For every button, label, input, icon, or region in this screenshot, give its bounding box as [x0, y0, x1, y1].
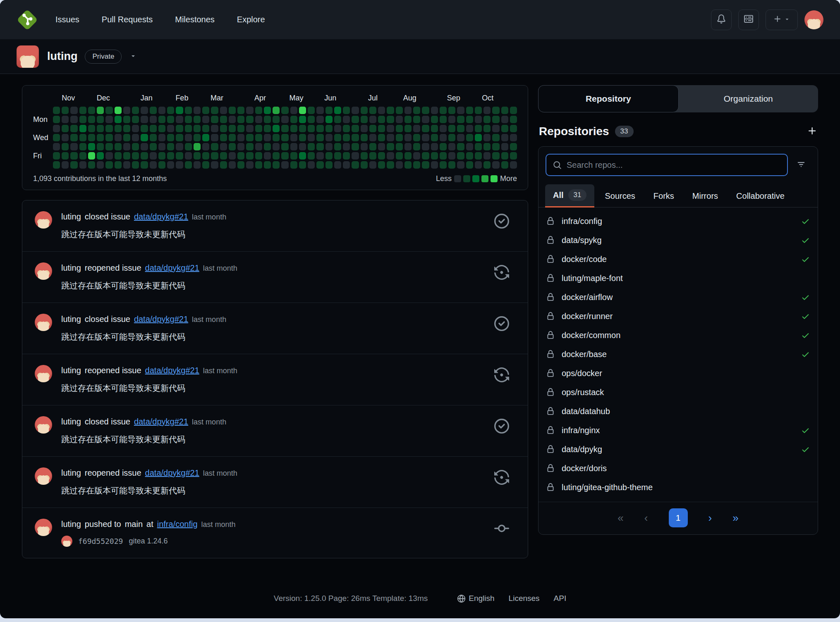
heatmap-cell [299, 116, 306, 123]
notifications-button[interactable] [711, 10, 732, 30]
navbar-link-milestones[interactable]: Milestones [175, 15, 215, 24]
feed-actor-avatar[interactable] [35, 262, 52, 280]
heatmap-cell [290, 161, 297, 169]
navbar-link-pull-requests[interactable]: Pull Requests [102, 15, 153, 24]
feed-repo-link[interactable]: infra/config [157, 520, 198, 529]
heatmap-cell [334, 107, 341, 114]
heatmap-cell [492, 107, 499, 114]
footer-link-english[interactable]: English [457, 594, 494, 603]
feed-repo-link[interactable]: data/dpykg#21 [134, 417, 188, 426]
filter-tab-collaborative[interactable]: Collaborative [728, 186, 792, 207]
repositories-count-badge: 33 [615, 126, 634, 137]
heatmap-cell [167, 107, 174, 114]
feed-actor[interactable]: luting [61, 417, 81, 426]
pagination-current-page[interactable]: 1 [669, 508, 688, 527]
repositories-panel: All31SourcesForksMirrorsCollaborative in… [538, 146, 818, 535]
heatmap-cell [185, 161, 192, 169]
pagination-next-button[interactable]: › [708, 512, 712, 524]
feed-actor[interactable]: luting [61, 315, 81, 324]
heatmap-cell [325, 134, 333, 141]
feed-actor-avatar[interactable] [35, 519, 52, 536]
feed-repo-link[interactable]: data/dpykg#21 [134, 315, 188, 324]
heatmap-cell [158, 152, 165, 160]
footer-link-api[interactable]: API [554, 594, 567, 603]
repo-search-input[interactable] [567, 160, 780, 170]
heatmap-cell [97, 152, 104, 160]
repo-row[interactable]: docker/common [538, 326, 818, 345]
repo-row[interactable]: data/dpykg [538, 440, 818, 459]
create-new-button[interactable] [766, 10, 798, 30]
tab-organization[interactable]: Organization [679, 85, 818, 112]
filter-tab-forks[interactable]: Forks [646, 186, 682, 207]
feed-actor-avatar[interactable] [35, 314, 52, 331]
heatmap-cell [334, 152, 341, 160]
add-repository-button[interactable] [807, 126, 817, 137]
profile-dropdown-toggle[interactable] [130, 52, 136, 60]
admin-panel-button[interactable] [738, 10, 759, 30]
repo-row[interactable]: luting/gitea-github-theme [538, 478, 818, 497]
repo-filter-button[interactable] [791, 155, 811, 175]
heatmap-cell [53, 134, 60, 141]
feed-repo-link[interactable]: data/dpykg#21 [145, 468, 199, 477]
issue-closed-icon [487, 211, 516, 240]
heatmap-cell [132, 143, 139, 150]
legend-less-label: Less [436, 174, 452, 183]
heatmap-cell [440, 134, 447, 141]
filter-tab-sources[interactable]: Sources [597, 186, 643, 207]
feed-actor-avatar[interactable] [35, 416, 52, 434]
repo-row[interactable]: docker/runner [538, 307, 818, 326]
heatmap-cell [246, 125, 253, 132]
repo-row[interactable]: docker/doris [538, 459, 818, 478]
feed-repo-link[interactable]: data/dpykg#21 [145, 366, 199, 375]
feed-repo-link[interactable]: data/dpykg#21 [134, 212, 188, 221]
repo-row[interactable]: data/datahub [538, 402, 818, 421]
repo-row[interactable]: docker/airflow [538, 288, 818, 307]
heatmap-cell [404, 134, 412, 141]
repo-row[interactable]: docker/code [538, 250, 818, 269]
heatmap-cell [194, 143, 201, 150]
heatmap-cell [167, 143, 174, 150]
repo-row[interactable]: docker/base [538, 345, 818, 364]
repo-row[interactable]: luting/maple-font [538, 269, 818, 288]
feed-actor-avatar[interactable] [35, 467, 52, 485]
feed-actor-avatar[interactable] [35, 211, 52, 229]
navbar-link-issues[interactable]: Issues [55, 15, 79, 24]
feed-actor[interactable]: luting [61, 366, 81, 375]
lock-icon [546, 312, 555, 320]
feed-time: last month [203, 367, 237, 375]
navbar-link-explore[interactable]: Explore [237, 15, 265, 24]
heatmap-cell [466, 143, 473, 150]
feed-item-main: lutingclosed issuedata/dpykg#21last mont… [61, 211, 487, 240]
footer-link-licenses[interactable]: Licenses [509, 594, 540, 603]
gitea-logo-icon[interactable] [17, 9, 38, 31]
feed-actor[interactable]: luting [61, 468, 81, 477]
filter-tab-all[interactable]: All31 [545, 184, 594, 207]
heatmap-cell [88, 125, 95, 132]
heatmap-cell [352, 161, 359, 169]
heatmap-cell [185, 116, 192, 123]
filter-tab-mirrors[interactable]: Mirrors [684, 186, 726, 207]
feed-actor-avatar[interactable] [35, 365, 52, 382]
heatmap-cell [211, 161, 218, 169]
commit-hash-link[interactable]: f69d552029 [78, 537, 123, 546]
feed-actor[interactable]: luting [61, 520, 81, 529]
profile-avatar [17, 45, 39, 68]
feed-actor[interactable]: luting [61, 212, 81, 221]
tab-repository[interactable]: Repository [538, 85, 679, 112]
pagination-last-button[interactable]: » [732, 512, 738, 524]
repo-row[interactable]: ops/rustack [538, 383, 818, 402]
heatmap-cell [387, 107, 394, 114]
navbar-link-item: Issues [55, 15, 79, 24]
heatmap-cell [264, 107, 271, 114]
heatmap-cell [378, 134, 385, 141]
heatmap-cell [255, 143, 262, 150]
repo-row[interactable]: data/spykg [538, 231, 818, 250]
user-menu-avatar[interactable] [804, 10, 823, 29]
feed-actor[interactable]: luting [61, 263, 81, 272]
heatmap-cell [176, 107, 183, 114]
feed-repo-link[interactable]: data/dpykg#21 [145, 263, 199, 272]
repo-row[interactable]: infra/config [538, 212, 818, 231]
repo-row[interactable]: infra/nginx [538, 421, 818, 440]
repo-row[interactable]: ops/docker [538, 364, 818, 383]
heatmap-cell [123, 116, 130, 123]
